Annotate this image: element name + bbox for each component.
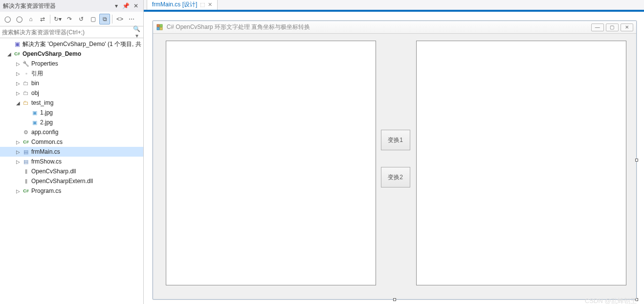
file-icon xyxy=(22,169,30,174)
tree-item-label: Common.cs xyxy=(30,139,63,145)
picturebox-left[interactable] xyxy=(166,41,376,285)
chevron-right-icon[interactable]: ▷ xyxy=(15,188,22,194)
chevron-down-icon[interactable]: ◢ xyxy=(6,51,13,57)
close-window-icon[interactable]: ✕ xyxy=(621,23,633,31)
solution-explorer-search[interactable]: 🔍▾ xyxy=(0,26,143,38)
tab-frmmain-design[interactable]: frmMain.cs [设计] ⬚ ✕ xyxy=(147,0,218,10)
maximize-icon[interactable]: ▢ xyxy=(606,23,619,31)
close-icon[interactable]: ✕ xyxy=(132,1,140,10)
tree-item-label: OpenCvSharp_Demo xyxy=(22,50,81,57)
tree-item[interactable]: ▷Properties xyxy=(0,59,143,69)
designer-canvas[interactable]: C# OpenCvSharp 环形文字处理 直角坐标与极坐标转换 — ▢ ✕ 变… xyxy=(144,12,644,304)
tree-item[interactable]: 2.jpg xyxy=(0,117,143,127)
tree-item[interactable]: 1.jpg xyxy=(0,108,143,117)
tab-label: frmMain.cs [设计] xyxy=(152,0,198,9)
file-icon xyxy=(22,129,30,136)
chevron-right-icon[interactable]: ▷ xyxy=(15,149,22,155)
search-icon[interactable]: 🔍▾ xyxy=(133,25,141,39)
tree-item-label: 解决方案 'OpenCvSharp_Demo' (1 个项目, 共 xyxy=(22,40,141,48)
tree-item[interactable]: ▷引用 xyxy=(0,69,143,78)
file-icon xyxy=(22,80,30,87)
file-icon xyxy=(13,41,22,47)
svg-rect-3 xyxy=(160,27,162,30)
home-icon[interactable]: ⌂ xyxy=(25,14,36,24)
chevron-right-icon[interactable]: ▷ xyxy=(15,71,22,76)
form-titlebar: C# OpenCvSharp 环形文字处理 直角坐标与极坐标转换 — ▢ ✕ xyxy=(153,21,636,34)
tree-item-label: obj xyxy=(30,90,39,96)
file-icon xyxy=(22,188,30,193)
tree-item-label: Program.cs xyxy=(30,187,61,194)
dropdown-icon[interactable]: ▾ xyxy=(112,1,121,10)
svg-rect-1 xyxy=(160,24,162,27)
file-icon xyxy=(22,99,30,106)
chevron-right-icon[interactable]: ▷ xyxy=(15,159,22,164)
tree-item-label: 2.jpg xyxy=(39,119,53,126)
search-input[interactable] xyxy=(2,29,133,36)
file-icon xyxy=(30,119,39,126)
tree-item[interactable]: OpenCvSharp.dll xyxy=(0,166,143,176)
solution-explorer-toolbar: ◯ ◯ ⌂ ⇄ ↻▾ ↷ ↺ ▢ ⧉ <> ⋯ xyxy=(0,12,143,26)
tree-item-label: OpenCvSharp.dll xyxy=(30,168,76,175)
tab-pin-icon[interactable]: ⬚ xyxy=(200,1,205,8)
resize-handle-corner[interactable] xyxy=(635,298,638,301)
svg-rect-2 xyxy=(157,27,159,30)
solution-tree[interactable]: 解决方案 'OpenCvSharp_Demo' (1 个项目, 共◢OpenCv… xyxy=(0,38,143,304)
tree-item[interactable]: 解决方案 'OpenCvSharp_Demo' (1 个项目, 共 xyxy=(0,39,143,49)
chevron-right-icon[interactable]: ▷ xyxy=(15,61,22,67)
solution-explorer-title: 解决方案资源管理器 xyxy=(3,2,56,10)
file-icon xyxy=(22,140,30,144)
tab-close-icon[interactable]: ✕ xyxy=(208,1,212,8)
view-code-icon[interactable]: <> xyxy=(114,14,125,24)
pin-icon[interactable]: 📌 xyxy=(122,1,131,10)
tree-item-label: 引用 xyxy=(30,70,43,78)
file-icon xyxy=(22,149,30,155)
tree-item[interactable]: app.config xyxy=(0,127,143,137)
tree-item-label: frmShow.cs xyxy=(30,158,62,165)
file-icon xyxy=(22,61,30,67)
show-all-files-icon[interactable]: ⧉ xyxy=(99,14,110,24)
document-tabbar: frmMain.cs [设计] ⬚ ✕ xyxy=(144,0,644,12)
form-client-area: 变换1 变换2 xyxy=(153,34,636,299)
solution-explorer-panel: 解决方案资源管理器 ▾ 📌 ✕ ◯ ◯ ⌂ ⇄ ↻▾ ↷ ↺ ▢ ⧉ <> ⋯ … xyxy=(0,0,144,304)
transform-button-2[interactable]: 变换2 xyxy=(381,167,410,187)
tree-item[interactable]: ▷obj xyxy=(0,88,143,98)
transform-button-1[interactable]: 变换1 xyxy=(381,130,410,150)
chevron-right-icon[interactable]: ▷ xyxy=(15,81,22,86)
designed-form[interactable]: C# OpenCvSharp 环形文字处理 直角坐标与极坐标转换 — ▢ ✕ 变… xyxy=(153,21,637,300)
solution-explorer-titlebar: 解决方案资源管理器 ▾ 📌 ✕ xyxy=(0,0,143,12)
form-app-icon xyxy=(156,23,164,31)
resize-handle-bottom[interactable] xyxy=(393,298,396,301)
chevron-right-icon[interactable]: ▷ xyxy=(15,140,22,145)
tree-item[interactable]: ▷Program.cs xyxy=(0,186,143,196)
nav-fwd-icon[interactable]: ◯ xyxy=(14,14,24,24)
picturebox-right[interactable] xyxy=(416,41,626,285)
tree-item-label: frmMain.cs xyxy=(30,148,60,155)
redo-icon[interactable]: ↷ xyxy=(64,14,75,24)
form-title-text: C# OpenCvSharp 环形文字处理 直角坐标与极坐标转换 xyxy=(167,23,310,31)
refresh-icon[interactable]: ↻▾ xyxy=(52,14,63,24)
tree-item[interactable]: ▷Common.cs xyxy=(0,137,143,147)
restore-icon[interactable]: ▢ xyxy=(88,14,98,24)
resize-handle-right[interactable] xyxy=(635,159,638,162)
file-icon xyxy=(22,90,30,96)
tree-item[interactable]: OpenCvSharpExtern.dll xyxy=(0,176,143,186)
tree-item-label: OpenCvSharpExtern.dll xyxy=(30,178,93,185)
tree-item-label: app.config xyxy=(30,129,58,136)
sync-icon[interactable]: ⇄ xyxy=(37,14,48,24)
tree-item-label: bin xyxy=(30,80,39,87)
tree-item[interactable]: ▷frmShow.cs xyxy=(0,157,143,166)
file-icon xyxy=(22,71,30,76)
collapse-icon[interactable]: ↺ xyxy=(76,14,87,24)
chevron-right-icon[interactable]: ▷ xyxy=(15,91,22,96)
tree-item-label: Properties xyxy=(30,60,58,67)
tree-item[interactable]: ◢test_img xyxy=(0,98,143,108)
file-icon xyxy=(30,110,39,116)
tree-item[interactable]: ◢OpenCvSharp_Demo xyxy=(0,49,143,59)
more-icon[interactable]: ⋯ xyxy=(126,14,137,24)
file-icon xyxy=(13,51,22,56)
tree-item[interactable]: ▷frmMain.cs xyxy=(0,147,143,157)
nav-back-icon[interactable]: ◯ xyxy=(2,14,13,24)
tree-item[interactable]: ▷bin xyxy=(0,78,143,88)
chevron-down-icon[interactable]: ◢ xyxy=(15,100,22,106)
minimize-icon[interactable]: — xyxy=(591,23,604,31)
